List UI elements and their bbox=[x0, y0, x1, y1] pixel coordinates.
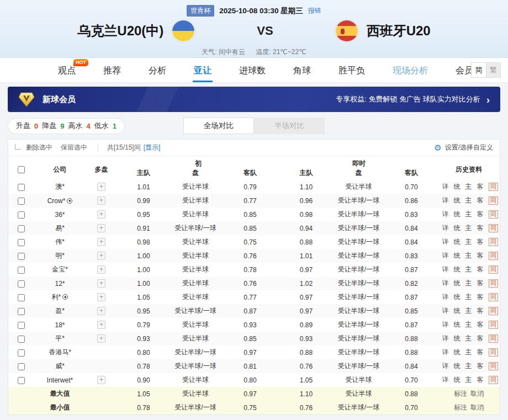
same-odds-link[interactable]: 同 bbox=[489, 183, 498, 191]
expand-multi-odds-button[interactable]: + bbox=[97, 293, 105, 301]
expand-multi-odds-button[interactable]: + bbox=[97, 252, 105, 260]
history-stats-link[interactable]: 统 bbox=[454, 183, 461, 190]
history-stats-link[interactable]: 统 bbox=[454, 376, 461, 384]
same-odds-link[interactable]: 同 bbox=[489, 252, 498, 260]
history-stats-link[interactable]: 统 bbox=[454, 238, 461, 246]
history-detail-link[interactable]: 详 bbox=[442, 307, 449, 315]
expand-multi-odds-button[interactable]: + bbox=[97, 321, 105, 329]
history-stats-link[interactable]: 统 bbox=[454, 321, 461, 328]
history-stats-link[interactable]: 统 bbox=[454, 348, 461, 356]
history-stats-link[interactable]: 统 bbox=[454, 210, 461, 218]
history-stats-link[interactable]: 统 bbox=[454, 265, 461, 273]
nav-tab-analysis[interactable]: 分析 bbox=[147, 59, 167, 82]
history-stats-link[interactable]: 统 bbox=[454, 293, 461, 301]
history-away-link[interactable]: 客 bbox=[477, 307, 484, 315]
delete-selected-button[interactable]: 删除选中 bbox=[26, 143, 52, 152]
row-checkbox[interactable] bbox=[18, 253, 25, 260]
history-home-link[interactable]: 主 bbox=[465, 183, 472, 190]
history-home-link[interactable]: 主 bbox=[465, 307, 472, 315]
history-stats-link[interactable]: 统 bbox=[454, 252, 461, 259]
same-odds-link[interactable]: 同 bbox=[489, 334, 498, 343]
history-home-link[interactable]: 主 bbox=[465, 196, 472, 204]
row-checkbox[interactable] bbox=[18, 377, 25, 384]
same-odds-link[interactable]: 同 bbox=[489, 293, 498, 301]
history-detail-link[interactable]: 详 bbox=[442, 279, 449, 287]
history-home-link[interactable]: 主 bbox=[465, 252, 472, 259]
history-away-link[interactable]: 客 bbox=[477, 321, 484, 328]
same-odds-link[interactable]: 同 bbox=[489, 307, 498, 315]
history-detail-link[interactable]: 详 bbox=[442, 238, 449, 246]
history-detail-link[interactable]: 详 bbox=[442, 334, 449, 342]
history-detail-link[interactable]: 详 bbox=[442, 293, 449, 301]
nav-tab-1x2[interactable]: 胜平负 bbox=[337, 59, 366, 82]
row-checkbox[interactable] bbox=[18, 322, 25, 329]
row-checkbox[interactable] bbox=[18, 225, 25, 232]
row-checkbox[interactable] bbox=[18, 308, 25, 315]
row-checkbox[interactable] bbox=[18, 198, 25, 205]
history-home-link[interactable]: 主 bbox=[465, 293, 472, 301]
tab-full-match-compare[interactable]: 全场对比 bbox=[183, 118, 254, 134]
row-checkbox[interactable] bbox=[18, 239, 25, 246]
select-all-checkbox[interactable] bbox=[18, 166, 25, 173]
expand-multi-odds-button[interactable]: + bbox=[97, 183, 105, 191]
expand-multi-odds-button[interactable]: + bbox=[97, 307, 105, 315]
row-checkbox[interactable] bbox=[18, 363, 25, 370]
cancel-link[interactable]: 取消 bbox=[470, 403, 484, 411]
same-odds-link[interactable]: 同 bbox=[489, 376, 498, 384]
lang-simplified-button[interactable]: 简 bbox=[472, 63, 486, 77]
same-odds-link[interactable]: 同 bbox=[489, 362, 498, 370]
show-link[interactable]: [显示] bbox=[144, 143, 161, 152]
history-away-link[interactable]: 客 bbox=[477, 279, 484, 287]
history-away-link[interactable]: 客 bbox=[477, 376, 484, 384]
row-checkbox[interactable] bbox=[18, 184, 25, 191]
keep-selected-button[interactable]: 保留选中 bbox=[61, 143, 87, 152]
history-away-link[interactable]: 客 bbox=[477, 348, 484, 356]
history-stats-link[interactable]: 统 bbox=[454, 196, 461, 204]
history-away-link[interactable]: 客 bbox=[477, 265, 484, 273]
history-detail-link[interactable]: 详 bbox=[442, 210, 449, 218]
history-home-link[interactable]: 主 bbox=[465, 348, 472, 356]
history-stats-link[interactable]: 统 bbox=[454, 279, 461, 287]
report-error-link[interactable]: 报错 bbox=[308, 6, 321, 15]
history-away-link[interactable]: 客 bbox=[477, 252, 484, 259]
expand-multi-odds-button[interactable]: + bbox=[97, 334, 105, 343]
expand-multi-odds-button[interactable]: + bbox=[97, 210, 105, 219]
history-detail-link[interactable]: 详 bbox=[442, 196, 449, 204]
nav-tab-live-analysis[interactable]: 现场分析 bbox=[391, 59, 429, 82]
history-home-link[interactable]: 主 bbox=[465, 362, 472, 370]
same-odds-link[interactable]: 同 bbox=[489, 196, 498, 205]
same-odds-link[interactable]: 同 bbox=[489, 210, 498, 219]
expand-multi-odds-button[interactable]: + bbox=[97, 376, 105, 384]
history-away-link[interactable]: 客 bbox=[477, 362, 484, 370]
row-checkbox[interactable] bbox=[18, 294, 25, 301]
nav-tab-asian-handicap[interactable]: 亚让 bbox=[193, 59, 213, 82]
row-checkbox[interactable] bbox=[18, 349, 25, 357]
history-away-link[interactable]: 客 bbox=[477, 334, 484, 342]
settings-customize-link[interactable]: 设置/选择自定义 bbox=[445, 143, 493, 152]
history-detail-link[interactable]: 详 bbox=[442, 376, 449, 384]
history-away-link[interactable]: 客 bbox=[477, 210, 484, 218]
history-detail-link[interactable]: 详 bbox=[442, 348, 449, 356]
history-stats-link[interactable]: 统 bbox=[454, 224, 461, 232]
nav-tab-corners[interactable]: 角球 bbox=[292, 59, 312, 82]
cancel-link[interactable]: 取消 bbox=[470, 390, 484, 397]
same-odds-link[interactable]: 同 bbox=[489, 348, 498, 357]
history-away-link[interactable]: 客 bbox=[477, 238, 484, 246]
history-home-link[interactable]: 主 bbox=[465, 279, 472, 287]
history-away-link[interactable]: 客 bbox=[477, 196, 484, 204]
expand-multi-odds-button[interactable]: + bbox=[97, 279, 105, 288]
history-home-link[interactable]: 主 bbox=[465, 334, 472, 342]
mark-link[interactable]: 标注 bbox=[454, 403, 467, 411]
history-detail-link[interactable]: 详 bbox=[442, 265, 449, 273]
row-checkbox[interactable] bbox=[18, 280, 25, 288]
history-detail-link[interactable]: 详 bbox=[442, 224, 449, 232]
expand-multi-odds-button[interactable]: + bbox=[97, 196, 105, 205]
expand-multi-odds-button[interactable]: + bbox=[97, 238, 105, 246]
expand-multi-odds-button[interactable]: + bbox=[97, 224, 105, 232]
history-stats-link[interactable]: 统 bbox=[454, 307, 461, 315]
history-detail-link[interactable]: 详 bbox=[442, 321, 449, 328]
row-checkbox[interactable] bbox=[18, 336, 25, 343]
vip-member-banner[interactable]: 新球会员 专享权益: 免费解锁 免广告 球队实力对比分析 › bbox=[8, 87, 500, 112]
same-odds-link[interactable]: 同 bbox=[489, 238, 498, 246]
row-checkbox[interactable] bbox=[18, 211, 25, 219]
